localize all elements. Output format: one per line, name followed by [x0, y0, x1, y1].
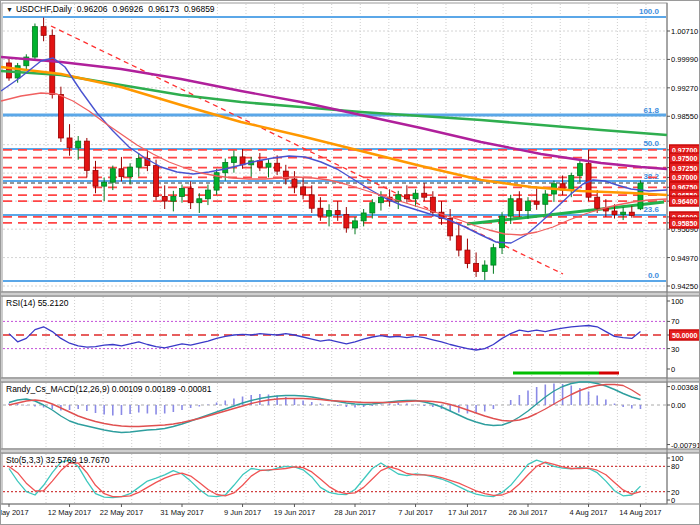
- candle-body: [474, 264, 479, 272]
- candle-body: [223, 162, 228, 172]
- candle-body: [569, 175, 574, 190]
- candle-body: [491, 248, 496, 265]
- date-label: 14 Aug 2017: [619, 508, 661, 517]
- candle-body: [119, 169, 124, 177]
- candle-body: [430, 197, 435, 212]
- candle-body: [154, 166, 159, 197]
- candle-body: [361, 213, 366, 221]
- panel-separator-0: [1, 292, 700, 296]
- candle-body: [32, 27, 37, 57]
- candle-body: [621, 212, 626, 214]
- date-label: 31 May 2017: [160, 508, 203, 517]
- rsi-middle-label: 50.0000: [669, 330, 700, 341]
- fibonacci-label: 38.2: [643, 172, 659, 181]
- fibonacci-label: 50.0: [643, 139, 659, 148]
- candle-body: [508, 199, 513, 216]
- candle-body: [275, 163, 280, 171]
- rsi-signal-strip-green: [513, 372, 599, 375]
- candle-body: [128, 167, 133, 176]
- close-value: 0.96859: [184, 4, 215, 14]
- macd-indicator-title: Randy_Cs_MACD(12,26,9) 0.00109 0.00189 -…: [6, 384, 212, 394]
- candle-body: [309, 195, 314, 208]
- candle-body: [327, 211, 332, 217]
- candle-body: [456, 236, 461, 250]
- candle-body: [335, 211, 340, 215]
- candle-body: [344, 215, 349, 228]
- fibonacci-label: 100.0: [639, 7, 660, 16]
- candle-body: [67, 138, 72, 148]
- rsi-indicator-title: RSI(14) 55.2120: [6, 298, 68, 308]
- candle-body: [205, 190, 210, 199]
- candle-body: [482, 265, 487, 271]
- candle-body: [50, 35, 55, 94]
- candle-body: [413, 193, 418, 199]
- candle-body: [534, 201, 539, 204]
- candle-body: [41, 27, 46, 36]
- candle-body: [136, 159, 141, 168]
- candle-body: [257, 161, 262, 167]
- candle-body: [526, 201, 531, 210]
- price-label: 0.99990: [671, 55, 698, 64]
- candle-body: [353, 221, 358, 228]
- price-label: 0.98550: [671, 112, 698, 121]
- date-label: 22 May 2017: [100, 508, 143, 517]
- symbol-timeframe-label: USDCHF,Daily: [16, 4, 72, 14]
- stochastic-indicator-title: Sto(5,3,3) 32.5769 19.7670: [6, 455, 110, 465]
- macd-axis-label: -0.00791: [671, 440, 700, 449]
- price-label: 0.94970: [671, 253, 698, 262]
- candle-body: [612, 211, 617, 215]
- candle-body: [370, 203, 375, 213]
- panel-frame-1: [2, 296, 667, 378]
- sto-axis-label: 80: [671, 462, 679, 471]
- candle-body: [266, 163, 271, 167]
- rsi-signal-strip-red: [599, 372, 619, 375]
- candle-body: [58, 95, 63, 138]
- macd-axis-label: 0.00368: [671, 382, 698, 391]
- candle-body: [197, 199, 202, 203]
- sr-price-label: 0.95850: [669, 217, 700, 228]
- date-label: 9 Jun 2017: [224, 508, 261, 517]
- candle-body: [543, 194, 548, 204]
- candle-body: [171, 196, 176, 201]
- rsi-axis-label: 100: [671, 297, 684, 306]
- candle-body: [404, 195, 409, 199]
- macd-axis-label: 0.00: [671, 401, 686, 410]
- candle-body: [76, 141, 81, 148]
- date-label: 12 May 2017: [48, 508, 91, 517]
- date-label: 19 Jun 2017: [274, 508, 315, 517]
- candle-body: [577, 164, 582, 176]
- candle-body: [595, 197, 600, 208]
- date-label: 4 Aug 2017: [570, 508, 608, 517]
- candle-body: [465, 250, 470, 263]
- low-value: 0.96173: [148, 4, 179, 14]
- chart-canvas[interactable]: 100.061.850.038.223.60.0: [1, 1, 700, 525]
- candle-body: [93, 170, 98, 186]
- date-label: 3 May 2017: [0, 508, 29, 517]
- fibonacci-label: 23.6: [643, 205, 659, 214]
- fibonacci-label: 61.8: [643, 106, 659, 115]
- chart-window: 100.061.850.038.223.60.0 ▼USDCHF,Daily0.…: [0, 0, 700, 525]
- candle-body: [102, 182, 107, 186]
- price-label: 0.94250: [671, 282, 698, 291]
- candle-body: [188, 189, 193, 203]
- sto-axis-label: 0: [671, 496, 675, 505]
- price-label: 0.99270: [671, 83, 698, 92]
- date-label: 28 Jun 2017: [334, 508, 375, 517]
- open-value: 0.96206: [77, 4, 108, 14]
- candle-body: [180, 189, 185, 197]
- chevron-down-icon[interactable]: ▼: [6, 6, 13, 13]
- price-axis: 1.007100.999900.992700.985500.956900.949…: [667, 1, 700, 504]
- date-label: 17 Jul 2017: [448, 508, 487, 517]
- date-axis: 3 May 201712 May 201722 May 201731 May 2…: [1, 508, 667, 525]
- candle-body: [638, 183, 643, 209]
- candle-body: [318, 208, 323, 216]
- candle-body: [422, 193, 427, 197]
- candle-body: [301, 187, 306, 195]
- candle-body: [110, 169, 115, 182]
- panel-frame-0: [2, 3, 667, 292]
- candle-body: [162, 196, 167, 201]
- rsi-axis-label: 70: [671, 317, 679, 326]
- panel-separator-1: [1, 378, 700, 382]
- price-label: 1.00710: [671, 27, 698, 36]
- fibonacci-label: 0.0: [648, 271, 660, 280]
